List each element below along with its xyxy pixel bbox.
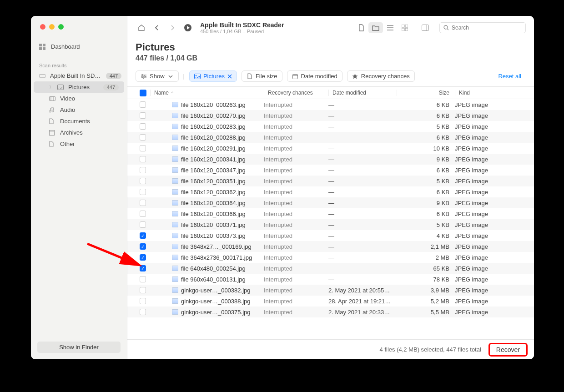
sidebar-item-archives[interactable]: Archives	[31, 127, 127, 138]
sidebar-device-item[interactable]: Apple Built In SD… 447	[31, 70, 127, 81]
dashboard-link[interactable]: Dashboard	[31, 39, 127, 55]
maximize-window-button[interactable]	[58, 24, 64, 30]
row-date: —	[328, 112, 397, 119]
row-kind: JPEG image	[455, 189, 526, 196]
table-body[interactable]: file 160x120_000263.jpgInterrupted—6 KBJ…	[127, 99, 534, 339]
row-checkbox[interactable]	[136, 112, 150, 119]
sidebar-item-other[interactable]: Other	[31, 138, 127, 150]
table-row[interactable]: file 960x640_000131.jpgInterrupted—78 KB…	[127, 274, 534, 285]
back-button[interactable]	[151, 22, 163, 34]
row-checkbox[interactable]: ✓	[136, 265, 150, 271]
file-thumbnail-icon	[172, 189, 178, 195]
table-row[interactable]: file 160x120_000263.jpgInterrupted—6 KBJ…	[127, 99, 534, 110]
row-recovery: Interrupted	[264, 112, 328, 119]
chevron-right-icon: 〉	[49, 84, 54, 90]
column-name[interactable]: Name⌃	[150, 90, 264, 96]
table-row[interactable]: file 160x120_000362.jpgInterrupted—6 KBJ…	[127, 186, 534, 197]
calendar-icon	[292, 73, 298, 80]
select-all-checkbox[interactable]: –	[136, 90, 150, 96]
table-row[interactable]: ✓file 3648x27…_000169.jpgInterrupted—2,1…	[127, 241, 534, 252]
table-row[interactable]: ✓file 640x480_000254.jpgInterrupted—65 K…	[127, 263, 534, 274]
row-name: file 160x120_000341.jpg	[150, 156, 264, 163]
row-size: 5 KB	[397, 178, 455, 185]
file-thumbnail-icon	[172, 102, 178, 107]
table-row[interactable]: file 160x120_000347.jpgInterrupted—6 KBJ…	[127, 165, 534, 176]
sidebar-item-audio[interactable]: Audio	[31, 104, 127, 116]
table-row[interactable]: ✓file 160x120_000373.jpgInterrupted—4 KB…	[127, 230, 534, 241]
row-size: 6 KB	[397, 134, 455, 141]
row-recovery: Interrupted	[264, 156, 328, 163]
sidebar-item-documents[interactable]: Documents	[31, 116, 127, 127]
row-checkbox[interactable]	[136, 145, 150, 151]
minimize-window-button[interactable]	[49, 24, 55, 30]
row-checkbox[interactable]	[136, 178, 150, 184]
table-row[interactable]: file 160x120_000371.jpgInterrupted—5 KBJ…	[127, 219, 534, 230]
view-icon-list[interactable]	[383, 22, 398, 33]
table-row[interactable]: file 160x120_000283.jpgInterrupted—5 KBJ…	[127, 121, 534, 132]
table-row[interactable]: ✓file 3648x2736_000171.jpgInterrupted—2 …	[127, 252, 534, 263]
image-icon	[194, 73, 201, 80]
row-recovery: Interrupted	[264, 298, 328, 305]
row-recovery: Interrupted	[264, 189, 328, 196]
row-checkbox[interactable]	[136, 189, 150, 195]
pictures-filter-chip[interactable]: Pictures	[189, 70, 237, 82]
toggle-panel-button[interactable]	[419, 22, 431, 34]
recover-button[interactable]: Recover	[488, 343, 528, 357]
column-date[interactable]: Date modified	[328, 90, 397, 96]
home-button[interactable]	[136, 22, 147, 34]
table-row[interactable]: file 160x120_000288.jpgInterrupted—6 KBJ…	[127, 132, 534, 143]
sidebar-item-video[interactable]: Video	[31, 93, 127, 104]
close-window-button[interactable]	[40, 24, 45, 30]
row-checkbox[interactable]: ✓	[136, 243, 150, 250]
table-row[interactable]: file 160x120_000366.jpgInterrupted—6 KBJ…	[127, 208, 534, 219]
table-row[interactable]: ginkgo-user…_000375.jpgInterrupted2. May…	[127, 307, 534, 317]
row-checkbox[interactable]	[136, 276, 150, 282]
row-checkbox[interactable]	[136, 287, 150, 293]
row-checkbox[interactable]	[136, 309, 150, 315]
forward-button[interactable]	[166, 22, 178, 34]
row-checkbox[interactable]: ✓	[136, 254, 150, 261]
resume-scan-button[interactable]	[182, 22, 194, 34]
table-row[interactable]: file 160x120_000351.jpgInterrupted—5 KBJ…	[127, 176, 534, 186]
row-name: file 160x120_000373.jpg	[150, 232, 264, 239]
table-row[interactable]: file 160x120_000364.jpgInterrupted—9 KBJ…	[127, 197, 534, 208]
row-checkbox[interactable]	[136, 200, 150, 206]
table-row[interactable]: file 160x120_000270.jpgInterrupted—6 KBJ…	[127, 110, 534, 121]
table-row[interactable]: file 160x120_000341.jpgInterrupted—9 KBJ…	[127, 154, 534, 165]
recovery-filter-button[interactable]: Recovery chances	[347, 70, 415, 82]
row-kind: JPEG image	[455, 178, 526, 185]
table-row[interactable]: ginkgo-user…_000382.jpgInterrupted2. May…	[127, 285, 534, 296]
search-box[interactable]	[439, 22, 526, 33]
view-icon-grid[interactable]	[398, 22, 412, 33]
row-name: file 160x120_000283.jpg	[150, 123, 264, 130]
view-icon-document[interactable]	[354, 22, 368, 33]
table-row[interactable]: ginkgo-user…_000388.jpgInterrupted28. Ap…	[127, 296, 534, 307]
row-checkbox[interactable]	[136, 134, 150, 141]
row-checkbox[interactable]	[136, 211, 150, 217]
column-kind[interactable]: Kind	[455, 90, 526, 96]
search-input[interactable]	[452, 25, 522, 31]
row-checkbox[interactable]	[136, 123, 150, 130]
row-checkbox[interactable]	[136, 221, 150, 228]
reset-filters-link[interactable]: Reset all	[494, 71, 526, 81]
file-size-filter-button[interactable]: File size	[242, 70, 282, 82]
file-thumbnail-icon	[172, 156, 178, 162]
date-filter-button[interactable]: Date modified	[287, 70, 342, 82]
row-checkbox[interactable]	[136, 167, 150, 173]
file-thumbnail-icon	[172, 233, 178, 238]
table-row[interactable]: file 160x120_000291.jpgInterrupted—10 KB…	[127, 143, 534, 154]
show-filter-button[interactable]: Show	[136, 70, 179, 82]
view-icon-folder[interactable]	[368, 22, 383, 33]
row-checkbox[interactable]: ✓	[136, 232, 150, 239]
row-checkbox[interactable]	[136, 101, 150, 108]
show-in-finder-button[interactable]: Show in Finder	[37, 342, 121, 353]
file-size-filter-label: File size	[256, 73, 277, 80]
sidebar-item-pictures[interactable]: 〉Pictures447	[34, 81, 124, 93]
column-size[interactable]: Size	[397, 90, 455, 96]
column-recovery[interactable]: Recovery chances	[264, 90, 328, 96]
sidebar-item-label: Video	[60, 95, 75, 102]
row-checkbox[interactable]	[136, 156, 150, 162]
row-name: ginkgo-user…_000375.jpg	[150, 309, 264, 316]
remove-filter-icon[interactable]	[227, 74, 232, 79]
row-checkbox[interactable]	[136, 298, 150, 304]
